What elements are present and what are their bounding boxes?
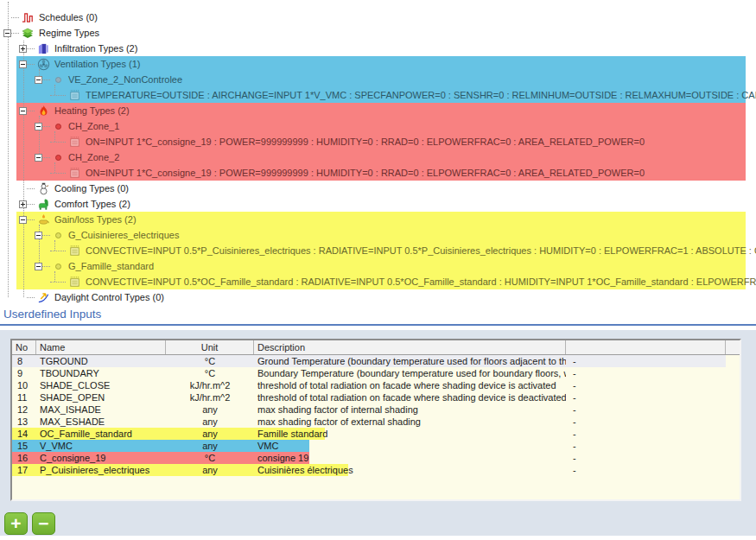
tree-item-ch-zone-1[interactable]: CH_Zone_1 — [0, 118, 756, 134]
tree-item-heating-spec-2[interactable]: ON=INPUT 1*C_consigne_19 : POWER=9999999… — [0, 165, 756, 181]
column-header-description[interactable]: Description — [254, 340, 566, 354]
tree-item-ventilation-spec[interactable]: TEMPERATURE=OUTSIDE : AIRCHANGE=INPUT 1*… — [0, 87, 756, 103]
collapse-toggle-icon[interactable] — [19, 216, 27, 224]
cell-extra: - — [566, 391, 726, 403]
cell-unit: °C — [166, 452, 254, 464]
table-row[interactable]: 9 TBOUNDARY °C Boundary Temperature (bou… — [12, 367, 740, 379]
cell-no: 8 — [12, 355, 36, 367]
tree-connector — [11, 33, 19, 34]
cell-name: OC_Famille_standard — [36, 428, 166, 440]
tree-connector — [11, 17, 19, 18]
cell-description: consigne 19 — [254, 452, 566, 464]
fan-icon — [36, 57, 50, 71]
tree-item-ve-zone-2[interactable]: VE_Zone_2_NonControlee — [0, 72, 756, 87]
table-row[interactable]: 15 V_VMC any VMC - — [12, 440, 740, 452]
tree-item-heating-spec-1[interactable]: ON=INPUT 1*C_consigne_19 : POWER=9999999… — [0, 134, 756, 149]
tree-item-g-famille[interactable]: G_Famille_standard — [0, 258, 756, 274]
tree-item-ventilation-types[interactable]: Ventilation Types (1) — [0, 56, 756, 72]
collapse-toggle-icon[interactable] — [3, 29, 11, 37]
collapse-toggle-icon[interactable] — [35, 154, 42, 162]
daylight-icon — [36, 290, 50, 304]
cell-name: SHADE_CLOSE — [36, 379, 166, 391]
tree-connector — [27, 111, 35, 111]
collapse-toggle-icon[interactable] — [35, 123, 42, 130]
cell-extra: - — [566, 440, 726, 452]
cell-no: 15 — [12, 440, 36, 452]
flame-icon — [36, 104, 50, 118]
table-row[interactable]: 17 P_Cuisinieres_electriques any Cuisini… — [12, 464, 740, 476]
column-header-extra[interactable] — [566, 340, 726, 354]
tree-item-gainloss-types[interactable]: Gain/loss Types (2) — [0, 212, 756, 227]
tree-item-ch-zone-2[interactable]: CH_Zone_2 — [0, 149, 756, 165]
tree-item-g-cuisinieres[interactable]: G_Cuisinieres_electriques — [0, 227, 756, 243]
cell-extra: - — [566, 367, 726, 379]
cell-description: Boundary Temperature (boundary temperatu… — [254, 367, 566, 379]
collapse-toggle-icon[interactable] — [19, 107, 27, 115]
column-header-no[interactable]: No — [12, 340, 36, 354]
tree-item-gain-spec-2[interactable]: CONVECTIVE=INPUT 0.5*OC_Famille_standard… — [0, 274, 756, 289]
tree-connector — [27, 188, 35, 189]
tree-connector — [27, 297, 35, 298]
remove-input-button[interactable]: − — [32, 512, 55, 535]
column-header-unit[interactable]: Unit — [166, 340, 254, 354]
snowman-icon — [36, 181, 50, 195]
tree-item-gain-spec-1[interactable]: CONVECTIVE=INPUT 0.5*P_Cuisinieres_elect… — [0, 243, 756, 258]
cell-no: 10 — [12, 379, 36, 391]
tree-item-comfort-types[interactable]: Comfort Types (2) — [0, 196, 756, 212]
cell-description: threshold of total radiation on facade w… — [254, 391, 566, 403]
table-row[interactable]: 14 OC_Famille_standard any Famille stand… — [12, 428, 740, 440]
tree-item-schedules[interactable]: Schedules (0) — [0, 10, 756, 25]
table-row[interactable]: 11 SHADE_OPEN kJ/hr.m^2 threshold of tot… — [12, 391, 740, 403]
bullet-icon — [55, 124, 61, 130]
cell-unit: any — [166, 428, 254, 440]
add-input-button[interactable]: + — [4, 512, 28, 535]
tree-item-label: VE_Zone_2_NonControlee — [68, 74, 182, 85]
tree-item-infiltration-types[interactable]: Infiltration Types (2) — [0, 41, 756, 56]
tree-item-label: Gain/loss Types (2) — [54, 214, 137, 225]
table-header-row: No Name Unit Description — [12, 340, 740, 355]
cell-extra: - — [566, 416, 726, 428]
bullet-icon — [55, 155, 61, 161]
section-divider — [0, 324, 756, 326]
tree-item-regime-types[interactable]: Regime Types — [0, 25, 756, 41]
tree-connector — [27, 48, 35, 49]
cell-description: max shading factor of external shading — [254, 416, 566, 428]
spec-sheet-icon — [67, 244, 81, 257]
column-header-edge[interactable] — [726, 340, 740, 354]
collapse-toggle-icon[interactable] — [35, 263, 42, 270]
table-row[interactable]: 8 TGROUND °C Ground Temperature (boundar… — [12, 355, 740, 367]
collapse-toggle-icon[interactable] — [19, 60, 27, 68]
tree-item-label: CONVECTIVE=INPUT 0.5*OC_Famille_standard… — [86, 276, 756, 287]
tree-item-label: G_Famille_standard — [68, 261, 154, 271]
regime-tree: Schedules (0) Regime Types Infiltration … — [0, 0, 756, 308]
tree-item-label: Ventilation Types (1) — [54, 59, 140, 69]
cell-no: 11 — [12, 391, 36, 403]
collapse-toggle-icon[interactable] — [35, 76, 42, 84]
cell-extra: - — [566, 464, 726, 476]
tree-connector — [50, 173, 66, 174]
collapse-toggle-icon[interactable] — [35, 232, 42, 239]
tree-item-daylight-control[interactable]: Daylight Control Types (0) — [0, 289, 756, 305]
cell-no: 16 — [12, 452, 36, 464]
cell-unit: °C — [166, 367, 254, 379]
cell-name: TBOUNDARY — [36, 367, 166, 379]
cell-name: SHADE_OPEN — [36, 391, 166, 403]
tree-item-heating-types[interactable]: Heating Types (2) — [0, 103, 756, 118]
armchair-icon — [36, 197, 50, 211]
expand-toggle-icon[interactable] — [19, 45, 27, 53]
expand-toggle-icon[interactable] — [19, 200, 27, 208]
tree-item-cooling-types[interactable]: Cooling Types (0) — [0, 181, 756, 196]
column-header-name[interactable]: Name — [36, 340, 166, 354]
table-row[interactable]: 13 MAX_ESHADE any max shading factor of … — [12, 416, 740, 428]
cell-description: VMC — [254, 440, 566, 452]
table-row[interactable]: 10 SHADE_CLOSE kJ/hr.m^2 threshold of to… — [12, 379, 740, 391]
table-row[interactable]: 12 MAX_ISHADE any max shading factor of … — [12, 403, 740, 416]
cell-name: TGROUND — [36, 355, 166, 367]
tree-item-label: CH_Zone_1 — [68, 121, 119, 131]
cell-unit: any — [166, 416, 254, 428]
schedules-icon — [21, 10, 35, 24]
tree-connector — [27, 219, 35, 220]
cell-name: P_Cuisinieres_electriques — [36, 464, 166, 476]
table-row[interactable]: 16 C_consigne_19 °C consigne 19 - — [12, 452, 740, 464]
tree-item-label: Heating Types (2) — [54, 105, 130, 116]
